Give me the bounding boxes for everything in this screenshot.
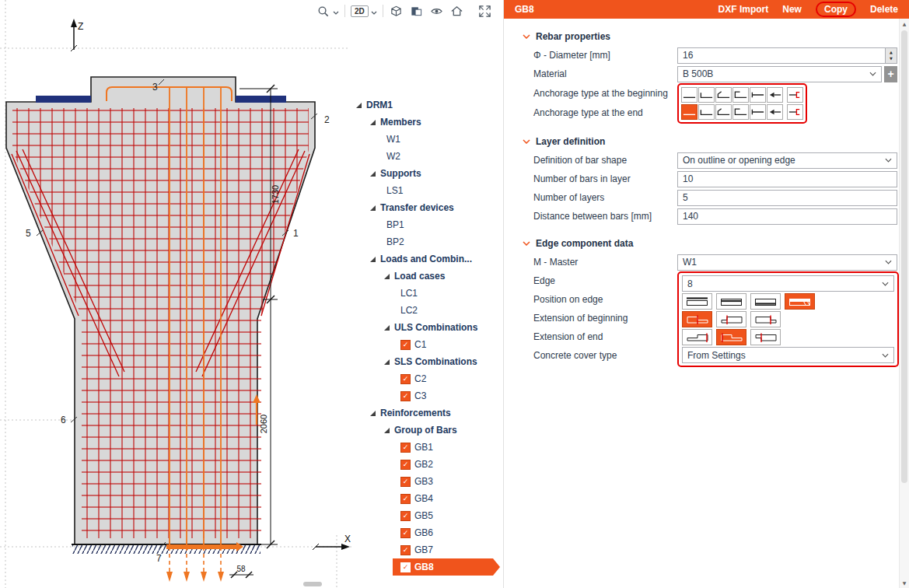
position-above-button[interactable] (682, 293, 712, 310)
dxf-import-button[interactable]: DXF Import (718, 4, 769, 15)
vertical-scrollbar[interactable]: ▲ ▼ (899, 19, 909, 588)
tree-item-bp2[interactable]: BP2 (354, 233, 502, 250)
checkbox-icon[interactable]: ✓ (400, 374, 411, 384)
tree-item-lc1[interactable]: LC1 (354, 285, 502, 302)
anchorage-hook-180-button[interactable] (732, 87, 749, 103)
vertical-scrollbar-thumb[interactable] (901, 30, 907, 483)
position-top-button[interactable] (716, 293, 746, 310)
tree-item-members[interactable]: Members (354, 114, 502, 131)
anchorage-continuous-button[interactable] (787, 104, 803, 120)
expander-icon[interactable] (384, 274, 390, 279)
material-dropdown[interactable]: B 500B (677, 66, 882, 82)
new-button[interactable]: New (782, 4, 802, 15)
tree-item-transfer-devices[interactable]: Transfer devices (354, 199, 502, 216)
visibility-icon[interactable] (429, 4, 444, 19)
panels-icon[interactable] (409, 4, 424, 19)
expander-icon[interactable] (370, 411, 376, 416)
number-of-layers-input[interactable]: 5 (677, 190, 897, 206)
anchorage-end-plate-button[interactable] (750, 87, 766, 103)
checkbox-icon[interactable]: ✓ (400, 477, 411, 487)
expander-icon[interactable] (356, 103, 362, 108)
extension-begin-option-2[interactable] (716, 311, 746, 327)
tree-item-gb6[interactable]: ✓GB6 (354, 524, 502, 541)
tree-item-gb1[interactable]: ✓GB1 (354, 439, 502, 456)
anchorage-continuous-button[interactable] (787, 87, 803, 103)
tree-item-bp1[interactable]: BP1 (354, 216, 502, 233)
tree-item-c2[interactable]: ✓C2 (354, 370, 502, 387)
anchorage-welded-head-button[interactable] (767, 104, 783, 120)
extension-begin-option-3[interactable] (750, 311, 781, 327)
extension-end-option-3[interactable] (750, 329, 781, 345)
tree-item-w2[interactable]: W2 (354, 148, 502, 165)
extension-end-option-2[interactable] (716, 329, 746, 345)
tree-item-sls-combinations[interactable]: SLS Combinations (354, 353, 502, 370)
tree-item-w1[interactable]: W1 (354, 131, 502, 148)
anchorage-straight-button[interactable] (681, 104, 697, 120)
checkbox-icon[interactable]: ✓ (400, 340, 411, 350)
edge-dropdown[interactable]: 8 (682, 275, 894, 292)
cover-type-dropdown[interactable]: From Settings (682, 347, 894, 363)
extension-begin-option-1[interactable] (682, 311, 712, 327)
bar-distance-input[interactable]: 140 (677, 208, 897, 225)
delete-button[interactable]: Delete (870, 4, 898, 15)
horizontal-scrollbar-thumb[interactable] (303, 582, 322, 586)
view-mode-control[interactable]: 2D (351, 4, 377, 18)
master-dropdown[interactable]: W1 (677, 254, 897, 271)
tree-item-ls1[interactable]: LS1 (354, 182, 502, 199)
bearing-plate-left[interactable] (36, 96, 91, 103)
anchorage-bend-90-button[interactable] (698, 87, 715, 103)
tree-item-gb3[interactable]: ✓GB3 (354, 473, 502, 490)
position-inside-button[interactable] (785, 293, 815, 310)
scroll-up-icon[interactable]: ▲ (900, 19, 909, 29)
expander-icon[interactable] (370, 120, 376, 125)
anchorage-hook-180-button[interactable] (732, 104, 749, 120)
tree-item-reinforcements[interactable]: Reinforcements (354, 404, 502, 422)
tree-item-lc2[interactable]: LC2 (354, 302, 502, 319)
tree-item-gb2[interactable]: ✓GB2 (354, 456, 502, 473)
home-icon[interactable] (449, 4, 464, 19)
diameter-spinner[interactable]: ▲▼ (886, 47, 897, 64)
anchorage-welded-head-button[interactable] (767, 87, 783, 103)
checkbox-icon[interactable]: ✓ (400, 562, 411, 572)
search-icon[interactable] (316, 4, 330, 19)
search-control[interactable] (316, 4, 339, 19)
anchorage-bend-135-button[interactable] (715, 104, 732, 120)
expander-icon[interactable] (384, 325, 390, 331)
scroll-down-icon[interactable]: ▼ (900, 578, 909, 588)
anchorage-bend-90-button[interactable] (698, 104, 715, 120)
tree-item-c3[interactable]: ✓C3 (354, 387, 502, 404)
tree-item-c1[interactable]: ✓C1 (354, 336, 502, 353)
copy-button[interactable]: Copy (816, 2, 856, 17)
anchorage-end-plate-button[interactable] (750, 104, 766, 120)
anchorage-straight-button[interactable] (681, 87, 697, 103)
bar-shape-dropdown[interactable]: On outline or opening edge (677, 152, 897, 169)
tree-item-supports[interactable]: Supports (354, 165, 502, 182)
expander-icon[interactable] (384, 359, 390, 365)
tree-item-gb7[interactable]: ✓GB7 (354, 541, 502, 558)
diameter-input[interactable]: 16 (677, 47, 886, 64)
tree-item-loads-and-combin-[interactable]: Loads and Combin... (354, 250, 502, 268)
tree-item-drm1[interactable]: DRM1 (354, 96, 502, 114)
section-rebar-properties[interactable]: Rebar properties (523, 27, 899, 46)
checkbox-icon[interactable]: ✓ (400, 494, 411, 504)
tree-item-group-of-bars[interactable]: Group of Bars (354, 422, 502, 439)
fullscreen-icon[interactable] (477, 4, 492, 19)
view-2d-button[interactable]: 2D (351, 5, 369, 17)
tree-item-uls-combinations[interactable]: ULS Combinations (354, 319, 502, 336)
checkbox-icon[interactable]: ✓ (400, 528, 411, 538)
section-layer-definition[interactable]: Layer definition (523, 132, 899, 151)
expander-icon[interactable] (370, 171, 376, 177)
tree-item-gb5[interactable]: ✓GB5 (354, 507, 502, 524)
expander-icon[interactable] (370, 257, 376, 262)
bearing-plate-right[interactable] (236, 96, 286, 103)
section-edge-component-data[interactable]: Edge component data (523, 234, 899, 253)
expander-icon[interactable] (384, 428, 390, 433)
position-bottom-button[interactable] (750, 293, 781, 310)
bars-in-layer-input[interactable]: 10 (677, 171, 897, 187)
expander-icon[interactable] (370, 205, 376, 211)
checkbox-icon[interactable]: ✓ (400, 460, 411, 470)
search-chevron-icon[interactable] (333, 4, 339, 18)
tree-item-load-cases[interactable]: Load cases (354, 268, 502, 285)
tree-item-gb8[interactable]: ✓GB8 (354, 558, 502, 576)
checkbox-icon[interactable]: ✓ (400, 443, 411, 453)
